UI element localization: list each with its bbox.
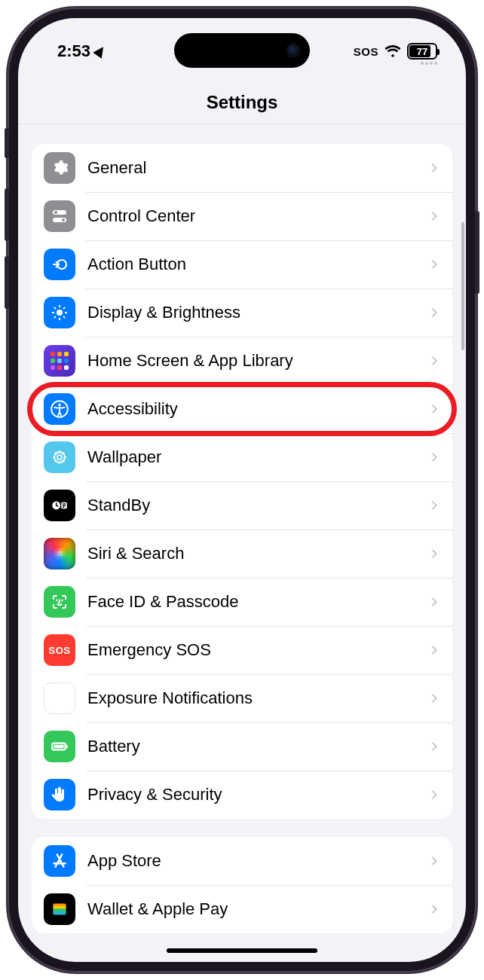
settings-row-battery[interactable]: Battery	[32, 722, 452, 771]
settings-row-action-button[interactable]: Action Button	[32, 240, 452, 289]
settings-row-label: StandBy	[87, 496, 428, 515]
settings-group-store: App StoreWallet & Apple Pay	[32, 837, 452, 933]
settings-row-home-screen[interactable]: Home Screen & App Library	[32, 337, 452, 385]
settings-row-label: Home Screen & App Library	[87, 351, 428, 371]
toggles-icon	[44, 200, 75, 232]
chevron-right-icon	[428, 688, 440, 709]
settings-row-label: Siri & Search	[87, 544, 428, 563]
settings-row-control-center[interactable]: Control Center	[32, 192, 452, 240]
settings-row-label: Emergency SOS	[87, 640, 428, 660]
svg-point-15	[63, 453, 64, 454]
home-indicator[interactable]	[167, 948, 317, 953]
settings-row-standby[interactable]: StandBy	[32, 481, 452, 530]
chevron-right-icon	[428, 591, 440, 612]
svg-point-10	[59, 451, 60, 453]
svg-point-25	[57, 696, 63, 701]
sos-icon: SOS	[44, 634, 75, 666]
settings-row-label: Action Button	[87, 255, 428, 274]
device-frame: 2:53 SOS 77 Settings GeneralControl Cent…	[8, 8, 476, 972]
svg-point-7	[58, 404, 60, 406]
svg-rect-22	[63, 507, 65, 508]
faceid-icon	[44, 586, 75, 618]
settings-row-label: Display & Brightness	[87, 303, 428, 322]
wallpaper-icon	[44, 441, 75, 473]
chevron-right-icon	[428, 350, 440, 371]
front-camera	[287, 44, 299, 56]
exposure-icon	[44, 682, 75, 714]
settings-row-general[interactable]: General	[32, 144, 452, 192]
brightness-icon	[44, 297, 75, 328]
svg-point-31	[63, 694, 64, 695]
settings-row-wallpaper[interactable]: Wallpaper	[32, 433, 452, 481]
settings-row-accessibility[interactable]: Accessibility	[32, 385, 452, 433]
settings-row-emergency-sos[interactable]: SOSEmergency SOS	[32, 626, 452, 674]
svg-point-27	[59, 703, 60, 704]
svg-point-14	[55, 453, 57, 454]
chevron-right-icon	[428, 640, 440, 661]
svg-point-13	[64, 456, 66, 458]
settings-row-label: Exposure Notifications	[87, 688, 428, 708]
wallet-icon	[44, 893, 75, 925]
settings-row-label: Face ID & Passcode	[87, 592, 428, 612]
sos-indicator: SOS	[354, 45, 378, 58]
settings-row-label: General	[87, 158, 428, 178]
settings-row-display-brightness[interactable]: Display & Brightness	[32, 289, 452, 337]
svg-point-5	[57, 310, 63, 316]
home-grid-icon	[44, 345, 75, 377]
svg-point-1	[54, 211, 57, 214]
settings-row-label: Wallpaper	[87, 447, 428, 467]
settings-row-label: Privacy & Security	[87, 785, 428, 804]
battery-indicator: 77	[407, 43, 437, 60]
battery-icon	[44, 731, 75, 762]
chevron-right-icon	[428, 899, 440, 920]
svg-point-33	[63, 701, 64, 703]
chevron-right-icon	[428, 206, 440, 227]
svg-point-16	[55, 460, 57, 462]
chevron-right-icon	[428, 543, 440, 564]
wifi-icon	[384, 43, 401, 60]
svg-point-17	[63, 460, 64, 462]
svg-point-32	[55, 701, 57, 703]
svg-rect-39	[53, 911, 66, 914]
chevron-right-icon	[428, 850, 440, 872]
appstore-icon	[44, 845, 75, 877]
chevron-right-icon	[428, 302, 440, 323]
svg-point-11	[59, 462, 60, 463]
siri-icon	[44, 538, 75, 569]
chevron-right-icon	[428, 447, 440, 468]
chevron-right-icon	[428, 784, 440, 805]
svg-point-8	[57, 455, 62, 459]
settings-scroll[interactable]: GeneralControl CenterAction ButtonDispla…	[18, 124, 466, 962]
svg-point-30	[55, 694, 57, 695]
settings-row-siri-search[interactable]: Siri & Search	[32, 530, 452, 578]
settings-row-face-id[interactable]: Face ID & Passcode	[32, 578, 452, 626]
scrollbar-thumb[interactable]	[461, 222, 464, 350]
screen: 2:53 SOS 77 Settings GeneralControl Cent…	[18, 18, 466, 962]
chevron-right-icon	[428, 157, 440, 179]
svg-rect-21	[63, 505, 66, 505]
settings-row-label: Wallet & Apple Pay	[87, 899, 428, 919]
svg-point-24	[57, 551, 63, 557]
svg-point-3	[62, 218, 65, 221]
volume-up-button	[5, 188, 9, 241]
standby-icon	[44, 490, 75, 521]
settings-row-label: Battery	[87, 737, 428, 756]
signal-dots	[421, 62, 437, 65]
svg-point-12	[54, 456, 55, 458]
settings-row-privacy[interactable]: Privacy & Security	[32, 771, 452, 819]
chevron-right-icon	[428, 495, 440, 516]
power-button	[475, 211, 479, 294]
settings-row-label: Accessibility	[87, 399, 428, 419]
svg-rect-20	[63, 503, 66, 504]
silence-switch	[5, 128, 9, 158]
action-icon	[44, 249, 75, 280]
status-time: 2:53	[57, 41, 90, 61]
page-title: Settings	[18, 71, 466, 124]
settings-group-main: GeneralControl CenterAction ButtonDispla…	[32, 144, 452, 819]
settings-row-label: Control Center	[87, 206, 428, 226]
volume-down-button	[5, 256, 9, 309]
settings-row-exposure[interactable]: Exposure Notifications	[32, 674, 452, 722]
settings-row-label: App Store	[87, 851, 428, 871]
settings-row-wallet[interactable]: Wallet & Apple Pay	[32, 885, 452, 933]
settings-row-app-store[interactable]: App Store	[32, 837, 452, 885]
